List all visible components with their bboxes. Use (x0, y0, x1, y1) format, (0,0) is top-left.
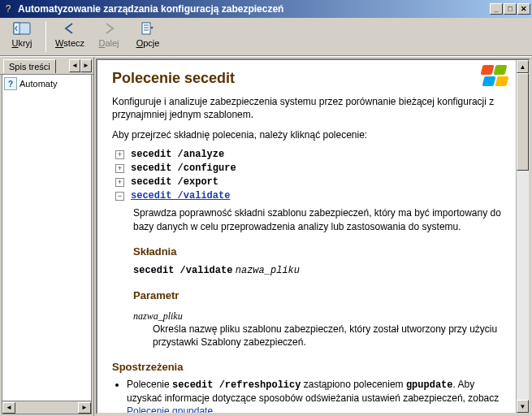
help-app-icon: ? (2, 2, 15, 15)
param-name: nazwa_pliku (133, 310, 503, 323)
toc-tree[interactable]: ? Automaty ◄ ► (2, 75, 92, 414)
forward-button[interactable]: Dalej (92, 20, 126, 48)
svg-rect-2 (142, 23, 150, 34)
cmd-validate-link[interactable]: secedit /validate (131, 190, 230, 202)
content-pane: Polecenie secedit Konfiguruje i analizuj… (96, 58, 530, 414)
expand-icon[interactable]: + (115, 150, 124, 159)
svg-rect-1 (14, 23, 19, 34)
command-list: + secedit /analyze + secedit /configure … (115, 149, 503, 349)
cmd-configure-link[interactable]: secedit /configure (131, 162, 236, 174)
window-title: Automatyzowanie zarządzania konfiguracją… (18, 3, 490, 15)
syntax-arg: nazwa_pliku (236, 265, 300, 276)
tree-horizontal-scrollbar[interactable]: ◄ ► (2, 401, 91, 414)
cmd-export-row: + secedit /export (115, 176, 503, 188)
toolbar-separator (45, 21, 46, 52)
window-buttons: _ □ ✕ (490, 3, 530, 15)
hide-button[interactable]: Ukryj (5, 20, 39, 48)
expand-icon[interactable]: + (115, 164, 124, 173)
minimize-button[interactable]: _ (490, 3, 503, 15)
hide-label: Ukryj (11, 38, 32, 48)
cmd-export-link[interactable]: secedit /export (131, 176, 218, 188)
cmd-analyze-row: + secedit /analyze (115, 149, 503, 160)
cmd-configure-row: + secedit /configure (115, 162, 503, 174)
page-title: Polecenie secedit (112, 70, 503, 87)
close-button[interactable]: ✕ (517, 3, 530, 15)
window-titlebar: ? Automatyzowanie zarządzania konfigurac… (0, 0, 532, 18)
syntax-heading: Składnia (133, 245, 503, 259)
notes-list: Polecenie secedit /refreshpolicy zastąpi… (114, 378, 503, 413)
back-label: Wstecz (55, 38, 84, 48)
back-button[interactable]: Wstecz (53, 20, 87, 48)
help-page-icon: ? (4, 77, 17, 90)
notes-heading: Spostrzeżenia (112, 361, 503, 373)
param-description: Określa nazwę pliku szablonu zabezpiecze… (153, 323, 503, 349)
scroll-right-button[interactable]: ► (78, 402, 91, 414)
syntax-line: secedit /validate nazwa_pliku (133, 263, 503, 277)
left-panel: Spis treści ◄ ► ? Automaty ◄ ► (0, 57, 94, 416)
syntax-command: secedit /validate (133, 265, 232, 276)
param-heading: Parametr (133, 288, 503, 303)
options-label: Opcje (136, 38, 160, 48)
note-item: Polecenie secedit /refreshpolicy zastąpi… (127, 378, 503, 413)
gpupdate-link[interactable]: Polecenie gpupdate (127, 405, 213, 413)
scroll-up-button[interactable]: ▲ (517, 60, 529, 73)
vertical-scrollbar[interactable]: ▲ ▼ (516, 60, 529, 413)
tab-scroll-right-button[interactable]: ► (80, 59, 92, 72)
scroll-thumb[interactable] (517, 73, 529, 171)
validate-description: Sprawdza poprawność składni szablonu zab… (133, 206, 503, 232)
content-scroll-area: Polecenie secedit Konfiguruje i analizuj… (97, 60, 516, 413)
options-button[interactable]: Opcje (131, 20, 165, 48)
instruction-text: Aby przejrzeć składnię polecenia, należy… (112, 129, 503, 141)
collapse-icon[interactable]: − (115, 192, 124, 201)
options-icon (138, 20, 158, 37)
scroll-left-button[interactable]: ◄ (2, 402, 15, 414)
cmd-validate-row: − secedit /validate (115, 190, 503, 202)
expand-icon[interactable]: + (115, 178, 124, 187)
forward-label: Dalej (98, 38, 119, 48)
hide-icon (12, 20, 32, 37)
back-icon (60, 20, 80, 37)
forward-icon (99, 20, 119, 37)
toolbar: Ukryj Wstecz Dalej Opcje (0, 18, 532, 56)
maximize-button[interactable]: □ (504, 3, 517, 15)
cmd-analyze-link[interactable]: secedit /analyze (131, 149, 224, 160)
intro-text: Konfiguruje i analizuje zabezpieczenia s… (112, 95, 503, 121)
tree-item[interactable]: ? Automaty (2, 75, 91, 93)
body-area: Spis treści ◄ ► ? Automaty ◄ ► Polecenie… (0, 56, 532, 416)
tab-bar: Spis treści ◄ ► (0, 57, 93, 75)
tree-item-label: Automaty (19, 79, 57, 89)
tab-scroll-left-button[interactable]: ◄ (69, 59, 80, 72)
scroll-down-button[interactable]: ▼ (517, 400, 529, 413)
tab-toc[interactable]: Spis treści (3, 59, 56, 73)
